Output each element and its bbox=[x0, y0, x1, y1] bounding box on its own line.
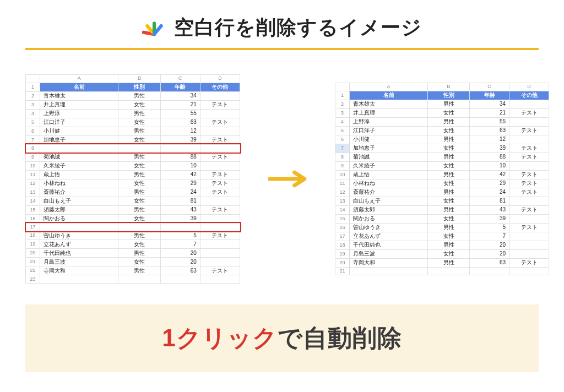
table-row: 12小林ねね女性29テスト bbox=[26, 179, 240, 188]
cell-other: テスト bbox=[200, 231, 240, 240]
table-row: 10久米綾子女性10 bbox=[26, 161, 240, 170]
cell-age: 24 bbox=[470, 188, 509, 197]
cell-name: 小川健 bbox=[350, 135, 428, 144]
cell-name: 斎藤祐介 bbox=[40, 188, 118, 197]
cell-name: 蔵上悟 bbox=[350, 170, 428, 179]
cell-name: 菊池誠 bbox=[350, 153, 428, 161]
cell-gender: 女性 bbox=[118, 179, 160, 188]
cell-other: テスト bbox=[200, 135, 240, 144]
header-gender: 性別 bbox=[118, 83, 160, 91]
row-number: 13 bbox=[26, 188, 40, 197]
cell-gender: 男性 bbox=[428, 100, 470, 108]
row-number: 11 bbox=[335, 179, 350, 188]
table-row: 20寺岡大和男性63テスト bbox=[335, 258, 549, 267]
cell-name: 蔵上悟 bbox=[40, 170, 118, 179]
table-row: 3井上真理女性21テスト bbox=[26, 100, 240, 109]
cell-gender: 男性 bbox=[118, 109, 160, 118]
row-number: 15 bbox=[26, 205, 40, 214]
cell-other bbox=[509, 117, 549, 126]
cell-age: 12 bbox=[470, 135, 509, 144]
cell-name: 白山もえ子 bbox=[350, 197, 428, 205]
cell-other: テスト bbox=[200, 118, 240, 127]
table-row: 14白山もえ子女性81 bbox=[26, 197, 240, 205]
cell-age: 81 bbox=[160, 197, 200, 205]
table-row: 21 bbox=[335, 267, 549, 275]
row-number: 23 bbox=[26, 275, 40, 284]
cell-age: 20 bbox=[470, 249, 509, 258]
table-row: 6小川健男性12 bbox=[335, 135, 549, 144]
row-number: 11 bbox=[26, 170, 40, 179]
cell-name: 関かおる bbox=[350, 214, 428, 223]
cell-gender: 女性 bbox=[118, 240, 160, 249]
row-number: 10 bbox=[335, 170, 350, 179]
cell-gender: 男性 bbox=[118, 91, 160, 100]
cell-other bbox=[200, 214, 240, 223]
cell-name: 井上真理 bbox=[350, 108, 428, 117]
cell-name: 寺岡大和 bbox=[350, 258, 428, 267]
row-number: 9 bbox=[335, 161, 350, 170]
row-number: 5 bbox=[26, 118, 40, 127]
cell-gender: 男性 bbox=[118, 249, 160, 258]
row-number: 4 bbox=[335, 117, 350, 126]
cell-age: 34 bbox=[160, 91, 200, 100]
cell-gender: 男性 bbox=[118, 170, 160, 179]
table-row: 22寺岡大和男性63テスト bbox=[26, 266, 240, 275]
cell-age: 24 bbox=[160, 188, 200, 197]
cell-other bbox=[509, 161, 549, 170]
header-other: その他 bbox=[200, 83, 240, 91]
cell-gender: 女性 bbox=[428, 108, 470, 117]
cell-age: 43 bbox=[160, 205, 200, 214]
cell-age: 39 bbox=[160, 135, 200, 144]
table-row: 16関かおる女性39 bbox=[26, 214, 240, 223]
row-number: 3 bbox=[335, 108, 350, 117]
cell-gender: 女性 bbox=[118, 197, 160, 205]
cell-age: 43 bbox=[470, 205, 509, 214]
header-name: 名前 bbox=[350, 91, 428, 100]
cell-gender: 男性 bbox=[428, 188, 470, 197]
cell-age: 7 bbox=[470, 232, 509, 241]
cell-other: テスト bbox=[509, 153, 549, 161]
cell-name: 千代田純也 bbox=[40, 249, 118, 258]
cell-name: 月島三波 bbox=[40, 258, 118, 266]
cell-other bbox=[509, 232, 549, 241]
row-number: 1 bbox=[26, 83, 40, 91]
col-letter: A bbox=[350, 83, 428, 91]
row-number: 2 bbox=[26, 91, 40, 100]
row-number: 12 bbox=[26, 179, 40, 188]
row-number: 6 bbox=[335, 135, 350, 144]
row-number: 22 bbox=[26, 266, 40, 275]
row-number: 5 bbox=[335, 126, 350, 135]
table-row: 19立花あんず女性7 bbox=[26, 240, 240, 249]
row-number: 10 bbox=[26, 161, 40, 170]
cell-name: 青木雄太 bbox=[40, 91, 118, 100]
title-underline bbox=[25, 48, 539, 50]
cell-other: テスト bbox=[200, 266, 240, 275]
cell-name: 久米綾子 bbox=[350, 161, 428, 170]
row-number: 18 bbox=[335, 241, 350, 249]
cell-gender: 女性 bbox=[428, 197, 470, 205]
cell-name: 須藤太郎 bbox=[350, 205, 428, 214]
cell-other bbox=[509, 100, 549, 108]
cell-age: 63 bbox=[470, 126, 509, 135]
cell-age: 5 bbox=[160, 231, 200, 240]
cell-age: 29 bbox=[470, 179, 509, 188]
row-number: 18 bbox=[26, 231, 40, 240]
row-number: 14 bbox=[26, 197, 40, 205]
cell-other bbox=[509, 197, 549, 205]
table-row: 10蔵上悟男性42テスト bbox=[335, 170, 549, 179]
cell-age: 39 bbox=[470, 144, 509, 153]
cell-age: 63 bbox=[160, 118, 200, 127]
cell-age: 10 bbox=[470, 161, 509, 170]
cell-name: 菊池誠 bbox=[40, 153, 118, 161]
cell-other bbox=[509, 241, 549, 249]
cell-other: テスト bbox=[509, 108, 549, 117]
col-letter: C bbox=[160, 74, 200, 83]
cell-name: 曽山ゆうき bbox=[40, 231, 118, 240]
cell-age: 88 bbox=[160, 153, 200, 161]
table-row: 1名前性別年齢その他 bbox=[26, 83, 240, 91]
spreadsheet-before: ABCD1名前性別年齢その他2青木雄太男性343井上真理女性21テスト4上野淳男… bbox=[25, 74, 240, 284]
cell-other: テスト bbox=[509, 223, 549, 232]
col-letter: B bbox=[118, 74, 160, 83]
col-letter: D bbox=[509, 83, 549, 91]
page-title: 空白行を削除するイメージ bbox=[174, 14, 422, 41]
